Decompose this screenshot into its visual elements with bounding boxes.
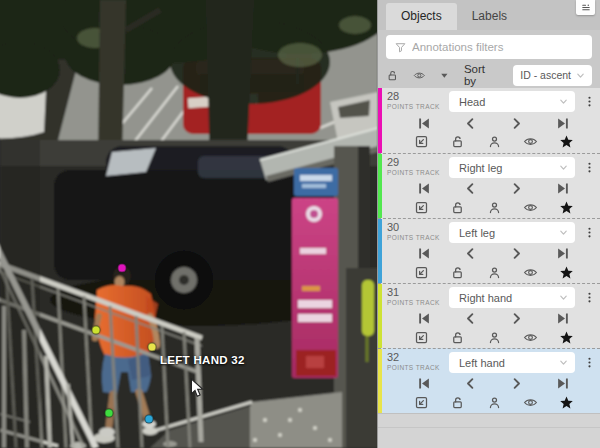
object-item-28[interactable]: 28 POINTS TRACK Head [378,88,600,153]
lock-open-icon[interactable] [450,200,465,215]
annotation-canvas[interactable]: LEFT HAND 32 [0,0,378,448]
prev-keyframe-icon[interactable] [463,116,478,131]
sort-by-label: Sort by [464,63,499,87]
object-type: POINTS TRACK [387,104,449,111]
sort-order-select[interactable]: ID - ascent [513,65,592,86]
outside-icon[interactable] [414,330,429,345]
sidebar-tabs: Objects Labels [378,0,600,30]
occluded-person-icon[interactable] [487,265,502,280]
keyframe-star-icon[interactable] [559,330,574,345]
sort-row: Sort by ID - ascent [378,62,600,88]
objects-sidebar: Objects Labels Sort by ID - ascent [378,0,600,448]
label-selector[interactable]: Right leg [449,157,575,178]
outside-icon[interactable] [414,200,429,215]
keyframe-star-icon[interactable] [559,265,574,280]
keyframe-star-icon[interactable] [559,395,574,410]
chevron-down-icon [557,291,570,304]
tab-labels-label: Labels [472,9,507,23]
keyframe-star-icon[interactable] [559,134,574,149]
hide-eye-icon[interactable] [523,395,538,410]
point-right-leg[interactable] [105,409,114,418]
outside-icon[interactable] [414,265,429,280]
prev-keyframe-icon[interactable] [463,311,478,326]
outside-icon[interactable] [414,134,429,149]
object-item-30[interactable]: 30 POINTS TRACK Left leg [378,218,600,283]
item-menu-icon[interactable] [583,354,596,371]
point-head[interactable] [118,264,127,273]
lock-open-icon[interactable] [450,330,465,345]
chevron-down-icon [557,161,570,174]
label-selector[interactable]: Left leg [449,222,575,243]
object-id: 31 [387,287,449,298]
point-left-hand[interactable] [148,343,157,352]
label-selector-value: Left leg [459,227,557,239]
annotations-filter-input[interactable] [386,35,592,59]
tab-labels[interactable]: Labels [457,3,522,30]
outside-icon[interactable] [414,395,429,410]
prev-keyframe-icon[interactable] [463,181,478,196]
chevron-down-icon [557,226,570,239]
lock-open-icon[interactable] [450,265,465,280]
hide-all-eye-icon[interactable] [413,69,426,82]
hide-eye-icon[interactable] [523,200,538,215]
label-selector[interactable]: Right hand [449,287,575,308]
first-keyframe-icon[interactable] [417,116,432,131]
object-type: POINTS TRACK [387,170,449,177]
label-selector[interactable]: Left hand [449,352,575,373]
last-keyframe-icon[interactable] [555,246,570,261]
next-keyframe-icon[interactable] [509,181,524,196]
next-keyframe-icon[interactable] [509,311,524,326]
object-id: 29 [387,157,449,168]
occluded-person-icon[interactable] [487,395,502,410]
funnel-icon [394,41,407,54]
point-right-hand[interactable] [92,326,101,335]
lock-open-icon[interactable] [450,395,465,410]
keyframe-star-icon[interactable] [559,200,574,215]
object-item-31[interactable]: 31 POINTS TRACK Right hand [378,283,600,348]
object-id: 32 [387,352,449,363]
prev-keyframe-icon[interactable] [463,376,478,391]
last-keyframe-icon[interactable] [555,311,570,326]
item-menu-icon[interactable] [583,289,596,306]
last-keyframe-icon[interactable] [555,376,570,391]
hide-eye-icon[interactable] [523,134,538,149]
item-menu-icon[interactable] [583,93,596,110]
hide-eye-icon[interactable] [523,265,538,280]
object-id: 28 [387,91,449,102]
prev-keyframe-icon[interactable] [463,246,478,261]
last-keyframe-icon[interactable] [555,181,570,196]
list-empty-area [378,413,600,448]
occluded-person-icon[interactable] [487,134,502,149]
object-item-32[interactable]: 32 POINTS TRACK Left hand [378,348,600,413]
first-keyframe-icon[interactable] [417,246,432,261]
next-keyframe-icon[interactable] [509,246,524,261]
occluded-person-icon[interactable] [487,200,502,215]
object-type: POINTS TRACK [387,300,449,307]
next-keyframe-icon[interactable] [509,116,524,131]
chevron-down-icon [557,95,570,108]
first-keyframe-icon[interactable] [417,376,432,391]
lock-open-icon[interactable] [450,134,465,149]
label-selector-value: Left hand [459,357,557,369]
item-menu-icon[interactable] [583,224,596,241]
sort-order-value: ID - ascent [520,69,571,81]
lock-all-icon[interactable] [386,69,399,82]
label-selector[interactable]: Head [449,91,575,112]
next-keyframe-icon[interactable] [509,376,524,391]
occluded-person-icon[interactable] [487,330,502,345]
sidebar-collapse-button[interactable] [576,0,595,15]
chevron-down-icon [557,356,570,369]
tab-objects[interactable]: Objects [386,3,457,30]
caret-down-icon[interactable] [439,70,450,81]
item-menu-icon[interactable] [583,159,596,176]
hide-eye-icon[interactable] [523,330,538,345]
label-selector-value: Right leg [459,162,557,174]
first-keyframe-icon[interactable] [417,181,432,196]
label-selector-value: Head [459,96,557,108]
point-left-leg[interactable] [145,415,154,424]
mouse-cursor [189,378,205,398]
first-keyframe-icon[interactable] [417,311,432,326]
menu-icon [580,2,592,13]
object-item-29[interactable]: 29 POINTS TRACK Right leg [378,153,600,218]
last-keyframe-icon[interactable] [555,116,570,131]
